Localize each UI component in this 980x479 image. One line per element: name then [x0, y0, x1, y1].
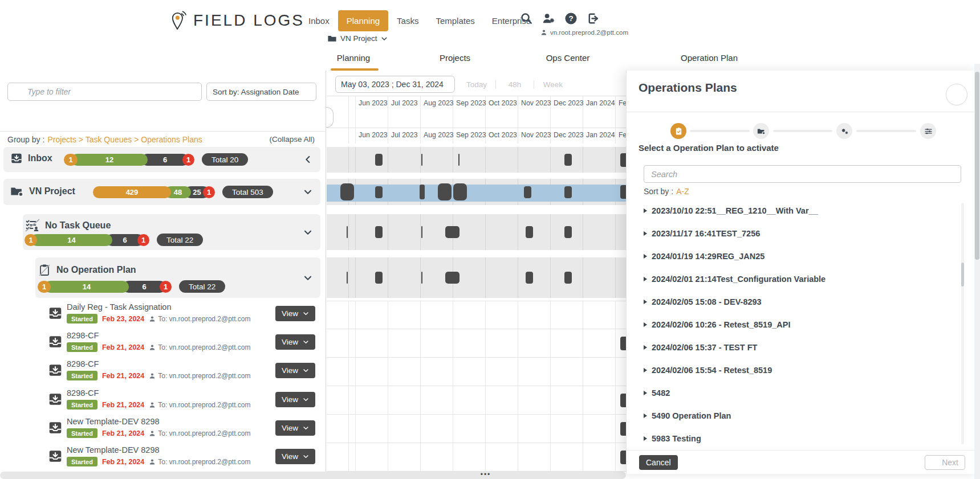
view-button[interactable]: View	[275, 420, 315, 436]
fieldlogs-logo[interactable]: FIELD LOGS	[170, 9, 304, 32]
sort-by-label: Sort by: Assignation Date	[213, 88, 299, 96]
step-4[interactable]	[920, 123, 936, 139]
gantt-area: May 03, 2023 ; Dec 31, 2024 Today48hWeek…	[327, 71, 626, 472]
task-item[interactable]: New Template-DEV 8298StartedFeb 21, 2024…	[43, 444, 321, 470]
group-title: No Operation Plan	[38, 263, 136, 277]
logout-icon[interactable]	[587, 12, 600, 25]
nav-item-planning[interactable]: Planning	[338, 10, 388, 31]
horizontal-scrollbar[interactable]	[0, 472, 626, 479]
task-date: Feb 21, 2024	[102, 343, 144, 351]
chevron-left-icon[interactable]	[303, 155, 312, 164]
plan-list-scrollbar[interactable]	[961, 203, 964, 444]
next-button[interactable]: Next	[925, 455, 965, 470]
plan-item[interactable]: 2024/01/19 14:29REG_JAN25	[644, 251, 765, 262]
chevron-down-icon[interactable]	[303, 228, 312, 237]
view-button[interactable]: View	[275, 392, 315, 407]
gantt-row-task-row-1	[327, 301, 626, 329]
chevron-down-icon[interactable]	[205, 136, 213, 144]
group-row-inbox[interactable]: Inbox11261Total 20	[3, 147, 320, 172]
month-label: Sep 2023	[456, 99, 486, 107]
help-icon[interactable]: ?	[564, 12, 578, 25]
task-item[interactable]: New Template-DEV 8298StartedFeb 21, 2024…	[43, 415, 321, 441]
month-label: Sep 2023	[456, 131, 486, 139]
count-segment: 1	[137, 234, 149, 246]
nav-item-templates[interactable]: Templates	[427, 10, 483, 31]
chevron-down-icon[interactable]	[692, 188, 700, 195]
page-scrollbar[interactable]	[974, 64, 980, 479]
search-icon[interactable]	[520, 12, 533, 25]
user-settings-icon[interactable]	[542, 12, 555, 25]
fieldlogs-logo-icon	[170, 9, 188, 32]
plan-sort-label: Sort by :	[644, 187, 673, 196]
expand-triangle-icon	[644, 208, 647, 213]
plan-item[interactable]: 5490 Operation Plan	[644, 410, 731, 421]
group-row-no-task-queue[interactable]: No Task Queue11461Total 22	[23, 214, 320, 250]
task-meta: StartedFeb 23, 2024To: vn.root.preprod.2…	[67, 314, 251, 324]
left-panel: Sort by: Assignation Date Group by : Pro…	[0, 71, 326, 472]
gantt-row-vn-project	[327, 179, 626, 205]
gantt-view-48h[interactable]: 48h	[496, 80, 534, 89]
gantt-bar	[347, 272, 348, 284]
nav-item-inbox[interactable]: Inbox	[300, 10, 338, 31]
task-date: Feb 21, 2024	[102, 401, 144, 409]
stepper-line	[856, 130, 916, 132]
task-item[interactable]: 8298-CFStartedFeb 21, 2024To: vn.root.pr…	[43, 387, 321, 413]
chevron-down-icon[interactable]	[303, 273, 312, 283]
collapse-all-link[interactable]: (Collapse All)	[269, 135, 315, 144]
sort-by-dropdown[interactable]: Sort by: Assignation Date	[206, 83, 316, 101]
tab-operation-plan[interactable]: Operation Plan	[681, 53, 738, 63]
count-segment: 1	[160, 281, 172, 293]
plan-item-label: 2023/10/10 22:51__REG_1210__With Var__	[652, 206, 818, 215]
plan-item[interactable]: 5983 Testing	[644, 433, 701, 444]
tab-projects[interactable]: Projects	[440, 53, 470, 63]
inbox-icon	[48, 306, 63, 321]
chevron-down-icon[interactable]	[303, 187, 312, 196]
plan-item[interactable]: 2024/02/06 10:26 - Retest_8519_API	[644, 319, 790, 330]
filter-input[interactable]	[8, 83, 201, 100]
project-selector[interactable]: VN Project	[327, 34, 388, 43]
tab-ops-center[interactable]: Ops Center	[546, 53, 590, 63]
step-2[interactable]	[753, 123, 769, 139]
plan-item[interactable]: 2024/02/01 21:14Test_Configuration Varia…	[644, 273, 826, 285]
view-button-label: View	[282, 309, 298, 318]
step-1[interactable]	[670, 123, 686, 139]
plan-list-scrollbar-thumb[interactable]	[961, 263, 964, 286]
close-button[interactable]	[946, 84, 967, 105]
plan-sort-value[interactable]: A-Z	[676, 187, 689, 196]
gantt-view-week[interactable]: Week	[534, 80, 572, 89]
gantt-bar	[564, 226, 572, 238]
gantt-view-today[interactable]: Today	[458, 80, 495, 89]
plan-item[interactable]: 2024/02/06 15:54 - Retest_8519	[644, 365, 772, 376]
chevron-down-icon	[303, 425, 309, 431]
task-item[interactable]: 8298-CFStartedFeb 21, 2024To: vn.root.pr…	[43, 329, 321, 355]
plan-search-input[interactable]	[644, 165, 961, 183]
plan-item[interactable]: 2024/02/06 15:37 - TEST FT	[644, 342, 757, 353]
date-range-selector[interactable]: May 03, 2023 ; Dec 31, 2024	[335, 76, 455, 93]
project-folder-icon	[10, 185, 24, 198]
scrollbar-drag-handle-icon[interactable]	[477, 472, 495, 479]
page-scrollbar-thumb[interactable]	[975, 72, 979, 260]
task-item[interactable]: 8298-CFStartedFeb 21, 2024To: vn.root.pr…	[43, 358, 321, 384]
view-button[interactable]: View	[275, 449, 315, 464]
plan-item[interactable]: 5482	[644, 387, 670, 399]
nav-item-tasks[interactable]: Tasks	[388, 10, 427, 31]
group-row-vn-project[interactable]: VN Project42948251Total 503	[3, 179, 320, 205]
expand-triangle-icon	[644, 300, 647, 304]
view-button[interactable]: View	[275, 306, 315, 321]
expand-triangle-icon	[644, 368, 647, 372]
view-button[interactable]: View	[275, 363, 315, 378]
task-assignee: To: vn.root.preprod.2@ptt.com	[149, 458, 250, 466]
plan-item[interactable]: 2024/02/05 15:08 - DEV-8293	[644, 296, 762, 308]
cancel-button[interactable]: Cancel	[639, 455, 678, 470]
plan-item[interactable]: 2023/10/10 22:51__REG_1210__With Var__	[644, 205, 818, 216]
group-row-no-operation-plan[interactable]: No Operation Plan11461Total 22	[35, 257, 320, 298]
step-3[interactable]	[836, 123, 852, 139]
tab-planning[interactable]: Planning	[337, 53, 370, 63]
plan-item-label: 2024/01/19 14:29REG_JAN25	[652, 252, 765, 261]
group-by-path[interactable]: Projects > Task Queues > Operations Plan…	[47, 135, 202, 144]
view-button[interactable]: View	[275, 334, 315, 350]
plan-item[interactable]: 2023/11/17 16:41TEST_7256	[644, 228, 760, 239]
task-item[interactable]: Daily Reg - Task AssignationStartedFeb 2…	[43, 301, 321, 327]
group-name: No Task Queue	[45, 220, 111, 231]
gantt-bar	[445, 226, 459, 238]
